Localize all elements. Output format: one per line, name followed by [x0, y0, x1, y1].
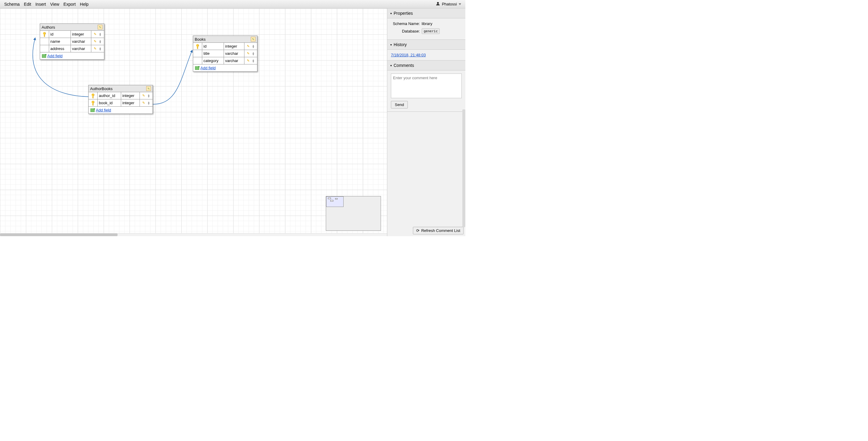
column-name: author_id	[98, 92, 121, 99]
section-title: Comments	[394, 63, 414, 68]
database-label: Database:	[391, 29, 420, 33]
reorder-icon[interactable]: ▲▼	[252, 44, 255, 48]
primary-key-icon: 🔑	[194, 43, 201, 50]
table-row[interactable]: address varchar ✎▲▼	[40, 45, 104, 53]
menu-edit[interactable]: Edit	[24, 2, 31, 7]
entity-title: Authors	[41, 25, 55, 30]
column-name: id	[202, 43, 224, 50]
column-type: varchar	[224, 50, 244, 57]
pencil-icon[interactable]: ✎	[94, 32, 96, 36]
svg-point-0	[437, 2, 439, 4]
chevron-down-icon: ▾	[390, 43, 392, 46]
entity-authorbooks[interactable]: AuthorBooks ✎ 🔑 author_id integer ✎▲▼ 🔑 …	[88, 85, 153, 114]
reorder-icon[interactable]: ▲▼	[252, 59, 255, 63]
column-name: book_id	[98, 99, 121, 106]
entity-title: AuthorBooks	[90, 87, 113, 91]
table-row[interactable]: 🔑 id integer ✎▲▼	[193, 43, 257, 50]
properties-body: Schema Name: library Database: generic	[387, 19, 465, 40]
user-menu[interactable]: Phatossi	[436, 1, 461, 7]
scrollbar-thumb[interactable]	[0, 233, 118, 236]
add-field-link[interactable]: Add field	[200, 66, 216, 70]
horizontal-scrollbar[interactable]	[0, 233, 387, 236]
reorder-icon[interactable]: ▲▼	[147, 101, 150, 105]
edit-entity-icon[interactable]: ✎	[98, 25, 102, 30]
reorder-icon[interactable]: ▲▼	[252, 52, 255, 56]
column-type: integer	[121, 92, 140, 99]
minimap-entity	[335, 198, 338, 199]
menu-insert[interactable]: Insert	[35, 2, 46, 7]
side-panel: ▾ Properties Schema Name: library Databa…	[387, 8, 465, 236]
schema-name-label: Schema Name:	[391, 21, 420, 26]
reorder-icon[interactable]: ▲▼	[99, 40, 101, 43]
add-field-link[interactable]: Add field	[47, 54, 63, 58]
user-name: Phatossi	[442, 2, 457, 6]
schema-canvas[interactable]: Authors ✎ 🔑 id integer ✎▲▼ name varchar …	[0, 8, 387, 236]
section-title: History	[394, 42, 407, 47]
menu-schema[interactable]: Schema	[4, 2, 20, 7]
primary-key-icon: 🔑	[90, 100, 96, 106]
refresh-icon: ⟳	[416, 228, 420, 233]
history-body: 7/18/2018, 21:48:03	[387, 50, 465, 61]
table-row[interactable]: category varchar ✎▲▼	[193, 57, 257, 64]
column-type: varchar	[224, 57, 244, 64]
pencil-icon[interactable]: ✎	[247, 59, 250, 63]
minimap-entity	[330, 200, 333, 201]
add-field-icon[interactable]	[90, 108, 95, 112]
menu-bar: Schema Edit Insert View Export Help Phat…	[0, 0, 465, 8]
pencil-icon[interactable]: ✎	[94, 47, 96, 51]
column-name: name	[49, 38, 71, 45]
column-name: category	[202, 57, 224, 64]
edit-entity-icon[interactable]: ✎	[251, 37, 255, 41]
column-type: varchar	[71, 45, 91, 52]
minimap-entity	[328, 198, 331, 199]
menu-export[interactable]: Export	[64, 2, 76, 7]
chevron-down-icon: ▾	[390, 12, 392, 15]
send-button[interactable]: Send	[391, 101, 408, 108]
comments-header[interactable]: ▾ Comments	[387, 61, 465, 70]
column-name: title	[202, 50, 224, 57]
history-header[interactable]: ▾ History	[387, 40, 465, 50]
column-type: varchar	[71, 38, 91, 45]
column-type: integer	[71, 31, 91, 38]
menu-view[interactable]: View	[50, 2, 59, 7]
column-type: integer	[224, 43, 244, 50]
entity-books[interactable]: Books ✎ 🔑 id integer ✎▲▼ title varchar ✎…	[193, 36, 257, 72]
table-row[interactable]: title varchar ✎▲▼	[193, 50, 257, 57]
edit-entity-icon[interactable]: ✎	[146, 86, 151, 91]
entity-authors[interactable]: Authors ✎ 🔑 id integer ✎▲▼ name varchar …	[40, 24, 104, 60]
database-badge: generic	[422, 28, 440, 34]
table-row[interactable]: 🔑 id integer ✎▲▼	[40, 31, 104, 38]
add-field-icon[interactable]	[195, 66, 199, 70]
pencil-icon[interactable]: ✎	[142, 101, 145, 105]
refresh-label: Refresh Comment List	[421, 228, 460, 233]
pencil-icon[interactable]: ✎	[94, 39, 96, 43]
history-entry-link[interactable]: 7/18/2018, 21:48:03	[391, 53, 426, 57]
chevron-down-icon: ▾	[390, 64, 392, 67]
table-row[interactable]: name varchar ✎▲▼	[40, 38, 104, 45]
add-field-link[interactable]: Add field	[96, 108, 111, 113]
properties-header[interactable]: ▾ Properties	[387, 8, 465, 19]
section-title: Properties	[394, 11, 413, 15]
vertical-scrollbar[interactable]	[462, 109, 465, 227]
table-row[interactable]: 🔑 book_id integer ✎▲▼	[89, 99, 153, 107]
pencil-icon[interactable]: ✎	[142, 94, 145, 98]
reorder-icon[interactable]: ▲▼	[99, 47, 101, 51]
pencil-icon[interactable]: ✎	[247, 52, 250, 56]
primary-key-icon: 🔑	[41, 31, 48, 37]
minimap[interactable]	[326, 196, 381, 231]
column-type: integer	[121, 99, 140, 106]
schema-name-value: library	[422, 21, 432, 26]
refresh-comments-button[interactable]: ⟳ Refresh Comment List	[413, 227, 464, 234]
table-row[interactable]: 🔑 author_id integer ✎▲▼	[89, 92, 153, 99]
menu-help[interactable]: Help	[80, 2, 89, 7]
column-name: id	[49, 31, 71, 38]
reorder-icon[interactable]: ▲▼	[147, 94, 150, 98]
reorder-icon[interactable]: ▲▼	[99, 33, 101, 36]
comment-input[interactable]	[391, 73, 462, 98]
chevron-down-icon	[459, 3, 461, 5]
add-field-icon[interactable]	[42, 54, 46, 58]
column-name: address	[49, 45, 71, 52]
user-icon	[436, 1, 440, 7]
comments-body: Send	[387, 70, 465, 112]
pencil-icon[interactable]: ✎	[247, 44, 250, 48]
